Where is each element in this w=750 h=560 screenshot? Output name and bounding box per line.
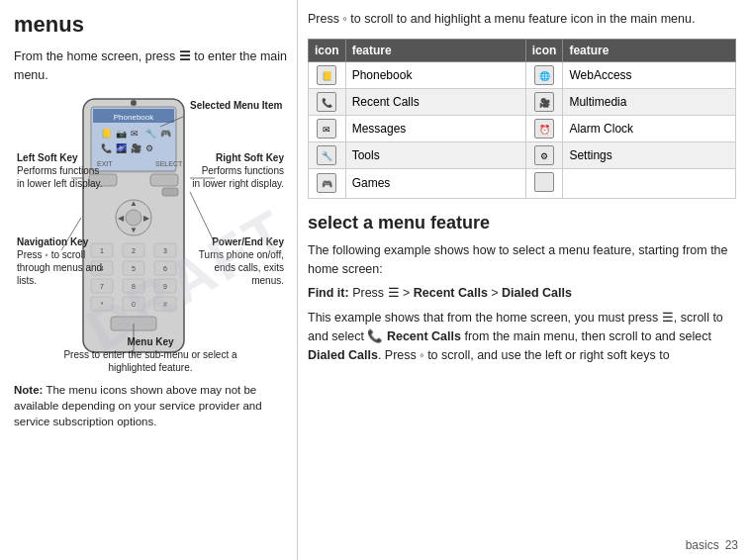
page-number: 23 [725, 538, 738, 552]
svg-rect-49 [111, 317, 156, 330]
svg-text:▼: ▼ [130, 226, 138, 234]
icon-cell-2: ⚙ [525, 141, 563, 168]
table-header-feature2: feature [563, 39, 736, 61]
feature-cell-1: Tools [345, 141, 525, 168]
icon-cell-1: 📒 [309, 61, 346, 88]
svg-text:📷: 📷 [116, 128, 128, 140]
feature-icon-1: 📒 [317, 65, 336, 85]
basics-label: basics [686, 538, 719, 552]
svg-text:🎮: 🎮 [160, 128, 172, 140]
svg-text:🌌: 🌌 [116, 142, 128, 154]
svg-text:📞: 📞 [101, 142, 113, 154]
svg-text:2: 2 [132, 247, 136, 254]
label-right-soft-key: Right Soft Key Performs functionsin lowe… [192, 151, 284, 190]
note-text: Note: The menu icons shown above may not… [14, 382, 287, 429]
feature-icon-1: 📞 [317, 92, 336, 112]
find-it-line: Find it: Press ☰ > Recent Calls > Dialed… [308, 284, 736, 303]
icon-cell-1: ✉ [309, 115, 346, 141]
feature-table: icon feature icon feature 📒 Phonebook 🌐 … [308, 39, 736, 199]
icon-cell-1: 🎮 [309, 168, 346, 198]
feature-cell-1: Recent Calls [345, 88, 525, 115]
svg-text:✉: ✉ [131, 129, 139, 139]
phone-diagram: Phonebook 📒 📷 ✉ 🔧 🎮 📞 🌌 🎥 ⚙ EXIT SELECT [17, 97, 284, 374]
svg-text:9: 9 [163, 283, 167, 290]
svg-rect-24 [162, 188, 178, 196]
page-heading: menus [14, 12, 287, 38]
svg-text:8: 8 [132, 283, 136, 290]
select-intro: The following example shows how to selec… [308, 241, 736, 279]
svg-text:6: 6 [163, 265, 167, 272]
table-row: 📒 Phonebook 🌐 WebAccess [309, 61, 736, 88]
svg-text:◀: ◀ [118, 214, 125, 223]
feature-icon-1: 🔧 [317, 145, 336, 165]
left-column: menus From the home screen, press ☰ to e… [0, 0, 297, 560]
svg-text:Phonebook: Phonebook [114, 113, 154, 122]
feature-cell-2 [563, 168, 736, 198]
feature-icon-2: ⚙ [534, 145, 554, 165]
table-row: 🎮 Games [309, 168, 736, 198]
label-menu-key: Menu Key Press to enter the sub-menu or … [42, 335, 259, 374]
feature-cell-2: WebAccess [563, 61, 736, 88]
icon-cell-1: 🔧 [309, 141, 346, 168]
section-heading: select a menu feature [308, 213, 736, 233]
svg-text:⚙: ⚙ [145, 143, 153, 153]
svg-point-50 [131, 100, 137, 106]
feature-icon-2 [534, 172, 554, 192]
feature-cell-1: Games [345, 168, 525, 198]
feature-icon-1: 🎮 [317, 173, 336, 193]
svg-text:#: # [163, 301, 167, 308]
feature-cell-1: Messages [345, 115, 525, 141]
feature-cell-2: Alarm Clock [563, 115, 736, 141]
svg-text:SELECT: SELECT [155, 160, 183, 167]
feature-icon-2: ⏰ [534, 119, 554, 139]
svg-text:▲: ▲ [130, 199, 138, 208]
feature-icon-2: 🎥 [534, 92, 554, 112]
feature-cell-2: Settings [563, 141, 736, 168]
label-selected-menu-item: Selected Menu Item [190, 99, 282, 112]
table-row: 🔧 Tools ⚙ Settings [309, 141, 736, 168]
svg-text:0: 0 [132, 301, 136, 308]
icon-cell-2: 🎥 [525, 88, 563, 115]
detail-text: This example shows that from the home sc… [308, 309, 736, 364]
svg-text:🎥: 🎥 [131, 142, 142, 154]
table-row: ✉ Messages ⏰ Alarm Clock [309, 115, 736, 141]
label-left-soft-key: Left Soft Key Performs functionsin lower… [17, 151, 103, 190]
feature-cell-1: Phonebook [345, 61, 525, 88]
svg-text:*: * [101, 301, 104, 308]
svg-text:▶: ▶ [143, 214, 150, 223]
svg-text:🔧: 🔧 [145, 128, 157, 140]
svg-text:3: 3 [163, 247, 167, 254]
table-header-feature1: feature [345, 39, 525, 61]
intro-text: From the home screen, press ☰ to enter t… [14, 47, 287, 85]
svg-text:5: 5 [132, 265, 136, 272]
feature-icon-2: 🌐 [534, 65, 554, 85]
press-scroll-text: Press ◦ to scroll to and highlight a men… [308, 10, 736, 29]
phone-image: Phonebook 📒 📷 ✉ 🔧 🎮 📞 🌌 🎥 ⚙ EXIT SELECT [81, 97, 186, 357]
icon-cell-1: 📞 [309, 88, 346, 115]
icon-cell-2: ⏰ [525, 115, 563, 141]
table-header-icon1: icon [309, 39, 346, 61]
label-nav-key: Navigation Key Press ◦ to scrollthrough … [17, 235, 102, 287]
svg-text:📒: 📒 [101, 128, 113, 140]
feature-cell-2: Multimedia [563, 88, 736, 115]
find-it-label: Find it: [308, 286, 349, 300]
table-row: 📞 Recent Calls 🎥 Multimedia [309, 88, 736, 115]
page-footer: basics 23 [686, 538, 738, 552]
icon-cell-2 [525, 168, 563, 198]
table-header-icon2: icon [525, 39, 563, 61]
right-column: Press ◦ to scroll to and highlight a men… [297, 0, 750, 560]
feature-table-body: 📒 Phonebook 🌐 WebAccess 📞 Recent Calls 🎥… [309, 61, 736, 198]
icon-cell-2: 🌐 [525, 61, 563, 88]
label-power-key: Power/End Key Turns phone on/off,ends ca… [199, 235, 284, 287]
note-label: Note: [14, 384, 43, 396]
svg-point-19 [126, 210, 141, 226]
section-body: The following example shows how to selec… [308, 241, 736, 365]
feature-icon-1: ✉ [317, 119, 336, 139]
svg-rect-17 [150, 174, 178, 186]
